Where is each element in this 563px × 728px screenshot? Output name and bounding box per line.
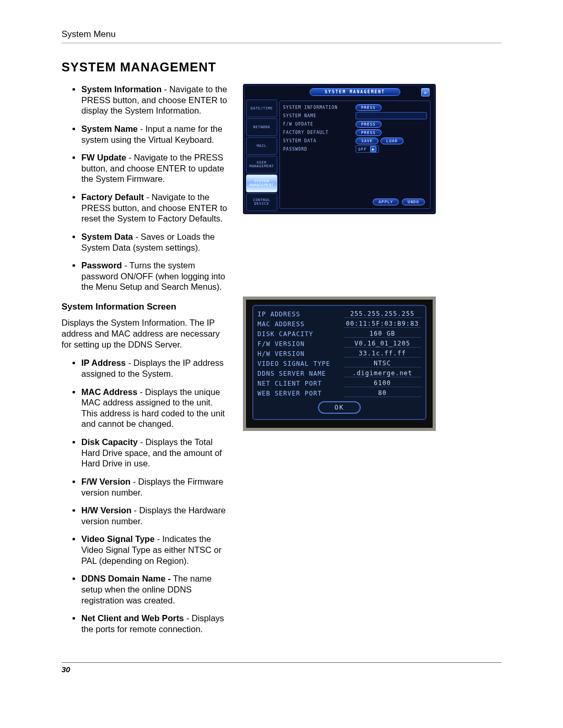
save-button[interactable]: SAVE xyxy=(356,138,378,144)
bullet-term: MAC Address xyxy=(81,387,138,397)
bullet-term: Video Signal Type xyxy=(81,534,155,544)
info-value: 00:11:5F:03:B9:83 xyxy=(344,320,421,328)
info-row: NET CLIENT PORT6100 xyxy=(258,378,421,388)
list-item: F/W Version - Displays the Firmware vers… xyxy=(81,476,228,498)
page-title: SYSTEM MANAGEMENT xyxy=(62,60,501,75)
list-item: System Name - Input a name for the syste… xyxy=(81,124,228,145)
list-item: H/W Version - Displays the Hardware vers… xyxy=(81,505,228,526)
label-system-information: SYSTEM INFORMATION xyxy=(283,105,353,110)
info-row: DISK CAPACITY160 GB xyxy=(258,329,421,339)
info-ok-row: OK xyxy=(258,401,421,414)
para-sysinfo: Displays the System Information. The IP … xyxy=(62,317,228,350)
bullet-term: F/W Version xyxy=(81,477,130,486)
row-system-data: SYSTEM DATA SAVE LOAD xyxy=(283,137,427,145)
label-password: PASSWORD xyxy=(283,147,353,152)
info-value: 6100 xyxy=(344,379,421,387)
sidebar-tab[interactable]: DATE/TIME xyxy=(246,100,277,117)
bullet-term: FW Update xyxy=(81,153,126,162)
info-key: H/W VERSION xyxy=(258,350,344,357)
info-value: 160 GB xyxy=(344,330,421,338)
press-button[interactable]: PRESS xyxy=(356,104,382,111)
info-row: DDNS SERVER NAME.digimerge.net xyxy=(258,368,421,378)
page-footer: 30 xyxy=(62,662,501,674)
list-item: Factory Default - Navigate to the PRESS … xyxy=(81,192,228,224)
row-factory-default: FACTORY DEFAULT PRESS xyxy=(283,128,427,137)
list-item: System Data - Saves or Loads the System … xyxy=(81,231,228,253)
bullet-term: Disk Capacity xyxy=(81,437,138,447)
bullet-term: Net Client and Web Ports xyxy=(81,613,184,623)
text-column: System Information - Navigate to the PRE… xyxy=(62,84,228,644)
bullet-term: System Information xyxy=(81,84,162,94)
list-item: Net Client and Web Ports - Displays the … xyxy=(81,613,228,634)
list-item: FW Update - Navigate to the PRESS button… xyxy=(81,152,228,184)
info-row: VIDEO SIGNAL TYPENTSC xyxy=(258,359,421,368)
load-button[interactable]: LOAD xyxy=(381,138,403,144)
screenshot-system-management: SYSTEM MANAGEMENT ✕ DATE/TIMENETWORKMAIL… xyxy=(243,84,436,214)
bullet-term: Factory Default xyxy=(81,192,144,202)
list-item: System Information - Navigate to the PRE… xyxy=(81,84,228,116)
figures-column: SYSTEM MANAGEMENT ✕ DATE/TIMENETWORKMAIL… xyxy=(243,84,501,431)
row-system-name: SYSTEM NAME xyxy=(283,112,427,120)
list-item: DDNS Domain Name - The name setup when t… xyxy=(81,573,228,606)
page: System Menu SYSTEM MANAGEMENT System Inf… xyxy=(0,0,563,728)
bullet-term: H/W Version xyxy=(81,505,131,515)
bullet-term: Password xyxy=(81,261,122,270)
press-button[interactable]: PRESS xyxy=(356,129,382,136)
label-fw-update: F/W UPDATE xyxy=(283,122,353,127)
sm-titlebar: SYSTEM MANAGEMENT xyxy=(279,88,431,97)
subheading-sysinfo: System Information Screen xyxy=(62,302,228,312)
info-key: DISK CAPACITY xyxy=(258,330,344,338)
info-row: MAC ADDRESS00:11:5F:03:B9:83 xyxy=(258,319,421,329)
row-fw-update: F/W UPDATE PRESS xyxy=(283,120,427,128)
bullet-term: System Data xyxy=(81,232,133,241)
page-number: 30 xyxy=(62,665,70,674)
info-row: IP ADDRESS255.255.255.255 xyxy=(258,309,421,319)
password-state: OFF xyxy=(358,147,367,152)
bullet-list-2: IP Address - Displays the IP address ass… xyxy=(62,357,228,634)
info-key: F/W VERSION xyxy=(258,340,344,348)
info-key: VIDEO SIGNAL TYPE xyxy=(258,360,344,367)
sidebar-tab[interactable]: NETWORK xyxy=(246,118,277,136)
system-name-input[interactable] xyxy=(356,112,427,119)
ok-button[interactable]: OK xyxy=(318,401,361,414)
info-key: MAC ADDRESS xyxy=(258,320,344,328)
info-key: IP ADDRESS xyxy=(258,311,344,318)
list-item: Disk Capacity - Displays the Total Hard … xyxy=(81,437,228,469)
info-key: WEB SERVER PORT xyxy=(258,390,344,397)
label-system-name: SYSTEM NAME xyxy=(283,114,353,118)
sidebar-tab[interactable]: SYSTEM MANAGEMENT xyxy=(246,175,277,192)
bullet-term: System Name xyxy=(81,124,138,133)
sm-title: SYSTEM MANAGEMENT xyxy=(310,88,400,96)
bullet-term: IP Address xyxy=(81,358,126,367)
label-factory-default: FACTORY DEFAULT xyxy=(283,130,353,135)
info-row: F/W VERSIONV0.16_01_1205 xyxy=(258,339,421,349)
info-value: .digimerge.net xyxy=(344,369,421,377)
info-value: NTSC xyxy=(344,360,421,367)
running-header: System Menu xyxy=(62,29,501,43)
bullet-list-1: System Information - Navigate to the PRE… xyxy=(62,84,228,292)
info-value: V0.16_01_1205 xyxy=(344,340,421,348)
list-item: Password - Turns the system password ON/… xyxy=(81,260,228,292)
close-icon[interactable]: ✕ xyxy=(421,88,430,96)
chevron-icon: ◆ xyxy=(370,146,376,152)
section-system-management: System Information - Navigate to the PRE… xyxy=(62,84,501,644)
sidebar-tab[interactable]: MAIL xyxy=(246,137,277,155)
press-button[interactable]: PRESS xyxy=(356,121,382,128)
bullet-term: DDNS Domain Name - xyxy=(81,574,170,583)
row-password: PASSWORD OFF ◆ xyxy=(283,145,427,153)
info-key: NET CLIENT PORT xyxy=(258,380,344,387)
info-row: WEB SERVER PORT80 xyxy=(258,388,421,398)
screenshot-system-information: IP ADDRESS255.255.255.255MAC ADDRESS00:1… xyxy=(243,297,436,431)
undo-button[interactable]: UNDO xyxy=(402,199,425,205)
info-inner: IP ADDRESS255.255.255.255MAC ADDRESS00:1… xyxy=(252,305,426,420)
sm-body: SYSTEM INFORMATION PRESS SYSTEM NAME F/W… xyxy=(279,101,431,209)
label-system-data: SYSTEM DATA xyxy=(283,139,353,143)
apply-button[interactable]: APPLY xyxy=(373,199,399,205)
password-toggle[interactable]: OFF ◆ xyxy=(356,145,379,153)
spacer xyxy=(243,227,501,284)
info-value: 80 xyxy=(344,389,421,397)
row-system-information: SYSTEM INFORMATION PRESS xyxy=(283,103,427,112)
sidebar-tab[interactable]: CONTROL DEVICE xyxy=(246,193,277,211)
sidebar-tab[interactable]: USER MANAGEMENT xyxy=(246,156,277,174)
info-value: 255.255.255.255 xyxy=(344,310,421,318)
